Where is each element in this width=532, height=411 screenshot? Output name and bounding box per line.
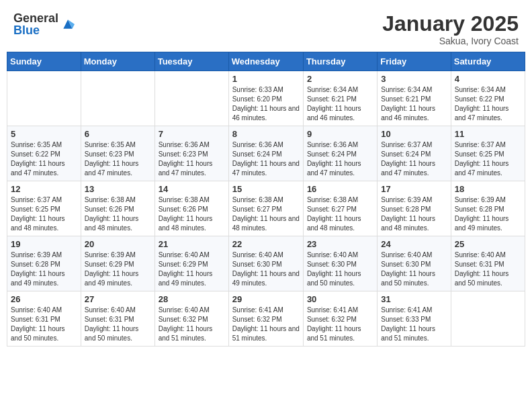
calendar-cell: 30Sunrise: 6:41 AM Sunset: 6:32 PM Dayli… bbox=[303, 291, 377, 347]
day-info: Sunrise: 6:38 AM Sunset: 6:27 PM Dayligh… bbox=[232, 195, 300, 233]
calendar-cell: 21Sunrise: 6:40 AM Sunset: 6:29 PM Dayli… bbox=[154, 236, 228, 291]
day-number: 17 bbox=[381, 184, 447, 194]
day-number: 10 bbox=[381, 129, 447, 139]
logo-icon bbox=[61, 17, 75, 31]
day-number: 21 bbox=[159, 239, 225, 249]
calendar-cell: 22Sunrise: 6:40 AM Sunset: 6:30 PM Dayli… bbox=[228, 236, 303, 291]
day-info: Sunrise: 6:35 AM Sunset: 6:23 PM Dayligh… bbox=[85, 140, 151, 178]
day-number: 15 bbox=[232, 184, 300, 194]
calendar-cell: 18Sunrise: 6:39 AM Sunset: 6:28 PM Dayli… bbox=[451, 181, 525, 236]
calendar-cell: 24Sunrise: 6:40 AM Sunset: 6:30 PM Dayli… bbox=[378, 236, 451, 291]
calendar-cell: 7Sunrise: 6:36 AM Sunset: 6:23 PM Daylig… bbox=[154, 126, 228, 181]
day-number: 9 bbox=[307, 129, 373, 139]
day-info: Sunrise: 6:40 AM Sunset: 6:31 PM Dayligh… bbox=[455, 250, 521, 288]
calendar-cell: 9Sunrise: 6:36 AM Sunset: 6:24 PM Daylig… bbox=[303, 126, 377, 181]
day-number: 7 bbox=[159, 129, 225, 139]
calendar-cell: 6Sunrise: 6:35 AM Sunset: 6:23 PM Daylig… bbox=[81, 126, 154, 181]
day-number: 16 bbox=[307, 184, 373, 194]
day-info: Sunrise: 6:33 AM Sunset: 6:20 PM Dayligh… bbox=[232, 85, 300, 123]
day-number: 1 bbox=[232, 74, 300, 84]
day-info: Sunrise: 6:40 AM Sunset: 6:31 PM Dayligh… bbox=[85, 306, 151, 343]
day-number: 31 bbox=[381, 294, 447, 304]
column-header-sunday: Sunday bbox=[7, 52, 81, 71]
day-number: 13 bbox=[85, 184, 151, 194]
day-number: 28 bbox=[159, 294, 225, 304]
day-number: 29 bbox=[232, 294, 300, 304]
calendar-cell: 27Sunrise: 6:40 AM Sunset: 6:31 PM Dayli… bbox=[81, 291, 154, 347]
day-info: Sunrise: 6:41 AM Sunset: 6:33 PM Dayligh… bbox=[381, 306, 447, 343]
day-number: 18 bbox=[455, 184, 521, 194]
calendar-cell: 20Sunrise: 6:39 AM Sunset: 6:29 PM Dayli… bbox=[81, 236, 154, 291]
day-number: 5 bbox=[11, 129, 77, 139]
calendar-cell: 28Sunrise: 6:40 AM Sunset: 6:32 PM Dayli… bbox=[154, 291, 228, 347]
day-info: Sunrise: 6:36 AM Sunset: 6:24 PM Dayligh… bbox=[232, 140, 300, 178]
calendar-week-row: 12Sunrise: 6:37 AM Sunset: 6:25 PM Dayli… bbox=[7, 181, 525, 236]
day-number: 24 bbox=[381, 239, 447, 249]
day-info: Sunrise: 6:38 AM Sunset: 6:26 PM Dayligh… bbox=[159, 195, 225, 233]
calendar-cell: 4Sunrise: 6:34 AM Sunset: 6:22 PM Daylig… bbox=[451, 71, 525, 126]
day-info: Sunrise: 6:39 AM Sunset: 6:28 PM Dayligh… bbox=[455, 195, 521, 233]
day-info: Sunrise: 6:39 AM Sunset: 6:28 PM Dayligh… bbox=[381, 195, 447, 233]
column-header-saturday: Saturday bbox=[451, 52, 525, 71]
calendar-cell bbox=[81, 71, 154, 126]
day-number: 3 bbox=[381, 74, 447, 84]
day-number: 20 bbox=[85, 239, 151, 249]
day-info: Sunrise: 6:40 AM Sunset: 6:31 PM Dayligh… bbox=[11, 306, 77, 343]
column-header-tuesday: Tuesday bbox=[154, 52, 228, 71]
day-number: 2 bbox=[307, 74, 373, 84]
calendar-cell: 29Sunrise: 6:41 AM Sunset: 6:32 PM Dayli… bbox=[228, 291, 303, 347]
day-info: Sunrise: 6:36 AM Sunset: 6:24 PM Dayligh… bbox=[307, 140, 373, 178]
day-info: Sunrise: 6:39 AM Sunset: 6:28 PM Dayligh… bbox=[11, 250, 77, 288]
column-header-monday: Monday bbox=[81, 52, 154, 71]
calendar-cell: 8Sunrise: 6:36 AM Sunset: 6:24 PM Daylig… bbox=[228, 126, 303, 181]
location-subtitle: Sakua, Ivory Coast bbox=[382, 36, 519, 46]
calendar-week-row: 26Sunrise: 6:40 AM Sunset: 6:31 PM Dayli… bbox=[7, 291, 525, 347]
day-info: Sunrise: 6:41 AM Sunset: 6:32 PM Dayligh… bbox=[232, 306, 300, 343]
calendar-week-row: 1Sunrise: 6:33 AM Sunset: 6:20 PM Daylig… bbox=[7, 71, 525, 126]
logo-blue-text: Blue bbox=[13, 24, 58, 36]
day-info: Sunrise: 6:34 AM Sunset: 6:21 PM Dayligh… bbox=[381, 85, 447, 123]
day-number: 14 bbox=[159, 184, 225, 194]
day-info: Sunrise: 6:34 AM Sunset: 6:21 PM Dayligh… bbox=[307, 85, 373, 123]
calendar-cell: 13Sunrise: 6:38 AM Sunset: 6:26 PM Dayli… bbox=[81, 181, 154, 236]
calendar-cell: 17Sunrise: 6:39 AM Sunset: 6:28 PM Dayli… bbox=[378, 181, 451, 236]
day-info: Sunrise: 6:34 AM Sunset: 6:22 PM Dayligh… bbox=[455, 85, 521, 123]
day-info: Sunrise: 6:35 AM Sunset: 6:22 PM Dayligh… bbox=[11, 140, 77, 178]
page-header: General Blue January 2025 Sakua, Ivory C… bbox=[7, 7, 525, 49]
column-header-friday: Friday bbox=[378, 52, 451, 71]
calendar-header-row: SundayMondayTuesdayWednesdayThursdayFrid… bbox=[7, 52, 525, 71]
day-number: 12 bbox=[11, 184, 77, 194]
calendar-cell: 1Sunrise: 6:33 AM Sunset: 6:20 PM Daylig… bbox=[228, 71, 303, 126]
calendar-week-row: 19Sunrise: 6:39 AM Sunset: 6:28 PM Dayli… bbox=[7, 236, 525, 291]
day-number: 30 bbox=[307, 294, 373, 304]
logo: General Blue bbox=[13, 12, 75, 36]
calendar-cell bbox=[7, 71, 81, 126]
day-number: 27 bbox=[85, 294, 151, 304]
month-title: January 2025 bbox=[382, 12, 519, 36]
day-number: 23 bbox=[307, 239, 373, 249]
day-number: 25 bbox=[455, 239, 521, 249]
day-info: Sunrise: 6:38 AM Sunset: 6:27 PM Dayligh… bbox=[307, 195, 373, 233]
day-number: 6 bbox=[85, 129, 151, 139]
day-info: Sunrise: 6:39 AM Sunset: 6:29 PM Dayligh… bbox=[85, 250, 151, 288]
day-info: Sunrise: 6:41 AM Sunset: 6:32 PM Dayligh… bbox=[307, 306, 373, 343]
day-info: Sunrise: 6:40 AM Sunset: 6:30 PM Dayligh… bbox=[307, 250, 373, 288]
calendar-cell: 12Sunrise: 6:37 AM Sunset: 6:25 PM Dayli… bbox=[7, 181, 81, 236]
day-number: 22 bbox=[232, 239, 300, 249]
column-header-thursday: Thursday bbox=[303, 52, 377, 71]
day-number: 4 bbox=[455, 74, 521, 84]
calendar-cell: 19Sunrise: 6:39 AM Sunset: 6:28 PM Dayli… bbox=[7, 236, 81, 291]
day-number: 19 bbox=[11, 239, 77, 249]
calendar-table: SundayMondayTuesdayWednesdayThursdayFrid… bbox=[7, 52, 525, 347]
calendar-cell: 5Sunrise: 6:35 AM Sunset: 6:22 PM Daylig… bbox=[7, 126, 81, 181]
calendar-cell bbox=[154, 71, 228, 126]
day-info: Sunrise: 6:40 AM Sunset: 6:29 PM Dayligh… bbox=[159, 250, 225, 288]
day-info: Sunrise: 6:37 AM Sunset: 6:24 PM Dayligh… bbox=[381, 140, 447, 178]
day-info: Sunrise: 6:40 AM Sunset: 6:30 PM Dayligh… bbox=[232, 250, 300, 288]
calendar-cell: 26Sunrise: 6:40 AM Sunset: 6:31 PM Dayli… bbox=[7, 291, 81, 347]
day-info: Sunrise: 6:37 AM Sunset: 6:25 PM Dayligh… bbox=[11, 195, 77, 233]
day-info: Sunrise: 6:40 AM Sunset: 6:30 PM Dayligh… bbox=[381, 250, 447, 288]
day-info: Sunrise: 6:36 AM Sunset: 6:23 PM Dayligh… bbox=[159, 140, 225, 178]
calendar-cell: 3Sunrise: 6:34 AM Sunset: 6:21 PM Daylig… bbox=[378, 71, 451, 126]
day-number: 26 bbox=[11, 294, 77, 304]
